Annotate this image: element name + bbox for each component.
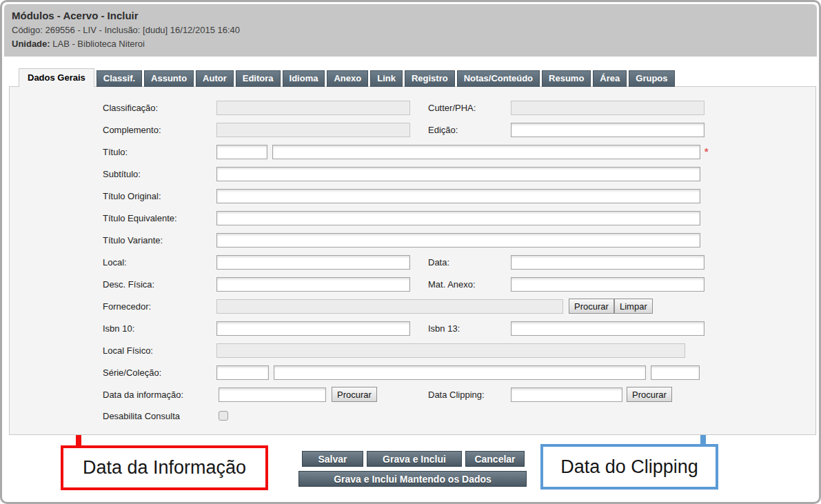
fornecedor-label: Fornecedor:: [103, 299, 151, 314]
local-input[interactable]: [216, 255, 410, 270]
tab-editora[interactable]: Editora: [236, 70, 281, 87]
titulo-article-input[interactable]: [216, 145, 267, 159]
desc-fisica-input[interactable]: [216, 277, 410, 292]
grava-e-inclui-mantendo-button[interactable]: Grava e Inclui Mantendo os Dados: [298, 471, 527, 487]
tab-dados-gerais[interactable]: Dados Gerais: [19, 68, 94, 87]
tab-registro[interactable]: Registro: [405, 70, 455, 87]
data-clipping-procurar-button[interactable]: Procurar: [627, 387, 672, 402]
desabilita-consulta-label: Desabilita Consulta: [103, 409, 180, 423]
data-clipping-annotation: Data do Clipping: [540, 444, 718, 490]
serie-colecao-label: Série/Coleção:: [103, 365, 161, 380]
unit-value: LAB - Biblioteca Niteroi: [52, 39, 145, 49]
tab-link[interactable]: Link: [370, 70, 403, 87]
page-header: Módulos - Acervo - Incluir Código: 26955…: [4, 4, 817, 57]
page-title: Módulos - Acervo - Incluir: [12, 10, 817, 21]
serie-volume-input[interactable]: [651, 365, 700, 380]
data-input[interactable]: [511, 255, 705, 270]
tab-assunto[interactable]: Assunto: [144, 70, 194, 87]
unit-label: Unidade:: [12, 39, 50, 49]
data-clipping-label: Data Clipping:: [428, 387, 485, 402]
data-label: Data:: [428, 255, 449, 270]
classificacao-input: [216, 101, 410, 115]
tab-resumo[interactable]: Resumo: [542, 70, 591, 87]
serie-numero-input[interactable]: [216, 365, 269, 380]
cancelar-button[interactable]: Cancelar: [465, 451, 525, 467]
titulo-input[interactable]: [272, 145, 700, 159]
titulo-equivalente-input[interactable]: [216, 211, 700, 225]
isbn13-input[interactable]: [511, 321, 705, 336]
complemento-label: Complemento:: [103, 123, 161, 137]
form-panel: Classificação: Cutter/PHA: Complemento: …: [9, 86, 816, 435]
mat-anexo-label: Mat. Anexo:: [428, 277, 476, 292]
titulo-original-label: Título Original:: [103, 189, 161, 203]
cutter-pha-label: Cutter/PHA:: [428, 101, 476, 115]
grava-e-inclui-button[interactable]: Grava e Inclui: [367, 451, 462, 467]
data-informacao-procurar-button[interactable]: Procurar: [332, 387, 377, 402]
subtitulo-label: Subtítulo:: [103, 167, 141, 181]
data-informacao-annotation: Data da Informação: [61, 445, 268, 490]
tab-anexo[interactable]: Anexo: [327, 70, 368, 87]
desabilita-consulta-checkbox[interactable]: [219, 411, 228, 421]
fornecedor-procurar-button[interactable]: Procurar: [569, 299, 614, 314]
subtitulo-input[interactable]: [216, 167, 700, 181]
titulo-label: Título:: [103, 145, 128, 159]
isbn13-label: Isbn 13:: [428, 321, 460, 336]
isbn10-label: Isbn 10:: [103, 321, 134, 336]
local-label: Local:: [103, 255, 127, 270]
edicao-label: Edição:: [428, 123, 458, 137]
salvar-button[interactable]: Salvar: [302, 451, 363, 467]
titulo-variante-label: Título Variante:: [103, 233, 163, 248]
tab-grupos[interactable]: Grupos: [629, 70, 674, 87]
fornecedor-input: [216, 299, 563, 314]
tab-autor[interactable]: Autor: [196, 70, 234, 87]
serie-colecao-input[interactable]: [274, 365, 646, 380]
data-informacao-input[interactable]: [219, 387, 326, 402]
isbn10-input[interactable]: [216, 321, 410, 336]
classificacao-label: Classificação:: [103, 101, 158, 115]
cutter-pha-input: [511, 101, 705, 115]
mat-anexo-input[interactable]: [511, 277, 705, 292]
tab-area[interactable]: Área: [593, 70, 627, 87]
desc-fisica-label: Desc. Física:: [103, 277, 154, 292]
data-clipping-input[interactable]: [511, 387, 622, 402]
data-informacao-label: Data da informação:: [103, 387, 183, 402]
edicao-input[interactable]: [511, 123, 705, 137]
data-clipping-annotation-text: Data do Clipping: [560, 456, 698, 478]
record-code-line: Código: 269556 - LIV - Inclusão: [dudu] …: [12, 25, 817, 35]
tab-notas-conteudo[interactable]: Notas/Conteúdo: [457, 70, 540, 87]
tab-classif[interactable]: Classif.: [97, 70, 142, 87]
titulo-variante-input[interactable]: [216, 233, 700, 248]
local-fisico-input: [216, 343, 685, 358]
unit-line: Unidade: LAB - Biblioteca Niteroi: [12, 39, 817, 49]
titulo-required-marker: *: [705, 146, 708, 157]
titulo-original-input[interactable]: [216, 189, 700, 203]
tab-idioma[interactable]: Idioma: [283, 70, 325, 87]
complemento-input: [216, 123, 410, 137]
tab-bar: Dados Gerais Classif. Assunto Autor Edit…: [19, 68, 675, 87]
fornecedor-limpar-button[interactable]: Limpar: [614, 299, 653, 314]
acervo-incluir-window: Módulos - Acervo - Incluir Código: 26955…: [0, 0, 821, 504]
local-fisico-label: Local Físico:: [103, 343, 153, 358]
data-informacao-annotation-text: Data da Informação: [83, 457, 246, 478]
titulo-equivalente-label: Título Equivalente:: [103, 211, 177, 225]
